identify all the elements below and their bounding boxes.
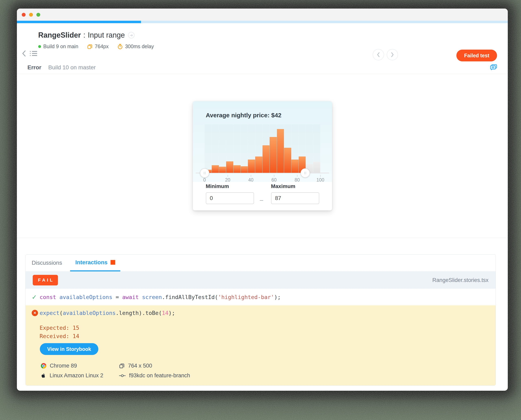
histogram-bar-highlighted [270,137,277,173]
commit-icon [119,374,125,378]
range-separator: – [260,197,263,203]
histogram-bar-muted [313,162,320,173]
commit-meta: f93kdc on feature-branch [119,372,190,379]
build-status-badge: Build 9 on main [38,44,78,49]
progress-bar [17,21,508,23]
failed-step-block: ✕expect(availableOptions.length).toBe(14… [26,305,496,385]
page-title: RangeSlider : Input range ➜ [38,31,154,39]
axis-tick-label: 0 [203,177,206,183]
story-file-name: RangeSlider.stories.tsx [433,277,489,283]
viewport-size-icon [119,363,125,368]
check-icon: ✓ [32,293,38,301]
axis-tick-mark [251,175,251,177]
permalink-arrow-icon[interactable]: ➜ [128,32,134,38]
progress-bar-fill [17,21,141,23]
stopwatch-icon [117,44,123,49]
range-inputs-area: Minimum – Maximum [193,182,332,210]
axis-tick-mark [320,175,321,177]
browser-meta: Chrome 89 [41,363,119,369]
histogram-bar-highlighted [219,167,226,173]
viewport-meta: 764 x 500 [119,363,190,369]
window-titlebar [17,8,508,21]
failed-test-button[interactable]: Failed test [456,50,497,61]
app-window: RangeSlider : Input range ➜ Build 9 on m… [17,8,508,391]
viewport-badge: 764px [87,44,109,49]
axis-tick-label: 80 [295,177,300,183]
histogram-bar-highlighted [226,161,233,173]
assertion-result: Expected: 15 Received: 14 [40,324,79,340]
interactions-fail-square-icon [110,260,115,265]
axis-tick-label: 100 [316,177,324,183]
maximum-label: Maximum [271,183,319,189]
expected-line: Expected: 15 [40,325,79,331]
previous-story-button[interactable] [373,49,384,60]
error-x-icon: ✕ [32,310,38,316]
view-in-storybook-button[interactable]: View in Storybook [40,343,98,355]
axis-tick-mark [274,175,274,177]
comparison-build-label: Build 10 on master [48,64,95,71]
axis-tick-label: 20 [225,177,230,183]
tab-discussions[interactable]: Discussions [32,254,62,271]
tab-interactions[interactable]: Interactions [70,254,120,271]
close-window-button[interactable] [22,13,26,17]
histogram-bar-highlighted [291,160,299,173]
failed-step-code-line: ✕expect(availableOptions.length).toBe(14… [32,310,175,316]
axis-tick-label: 60 [272,177,277,183]
comparison-bar: Error Build 10 on master [17,61,508,74]
passed-step-code-line: ✓const availableOptions = await screen.f… [26,289,496,305]
histogram-bar-highlighted [263,145,270,173]
maximum-input[interactable] [271,192,319,204]
story-name: Input range [88,31,125,39]
component-name: RangeSlider [38,31,81,39]
os-meta: Linux Amazon Linux 2 [41,372,119,379]
story-list-icon[interactable] [29,50,37,57]
error-status-label: Error [27,64,41,71]
chart-title: Average nightly price: $42 [206,112,281,119]
next-story-button[interactable] [387,49,398,60]
chrome-icon [41,363,46,368]
slider-handle-min[interactable] [200,168,209,178]
received-line: Received: 14 [40,333,79,339]
panel-tabs: Discussions Interactions [26,255,496,272]
x-axis: 020406080100 [193,174,332,183]
minimize-window-button[interactable] [29,13,33,17]
histogram-area: Average nightly price: $42 020406080100 [193,101,332,182]
axis-tick-mark [227,175,228,177]
back-chevron-icon[interactable] [22,50,26,57]
status-dot-icon [38,45,41,48]
range-slider-story-card: Average nightly price: $42 020406080100 … [193,101,332,210]
minimum-label: Minimum [206,183,254,189]
histogram-bar-highlighted [241,166,248,173]
histogram [205,129,320,173]
minimum-input[interactable] [206,192,254,204]
axis-tick-mark [297,175,297,177]
histogram-bar-highlighted [234,165,241,173]
histogram-bar-highlighted [248,160,255,173]
app-header: RangeSlider : Input range ➜ Build 9 on m… [17,23,508,61]
test-result-bar: FAIL RangeSlider.stories.tsx [26,272,496,289]
test-environment-meta: Chrome 89 764 x 500 Linux Amazon Linux 2 [41,363,190,379]
histogram-bar-highlighted [255,157,262,173]
delay-badge: 300ms delay [117,44,154,49]
fail-status-badge: FAIL [33,275,58,285]
apple-icon [41,373,46,379]
interactions-panel: Discussions Interactions FAIL RangeSlide… [25,254,496,386]
comments-icon[interactable] [490,64,497,71]
zoom-window-button[interactable] [36,13,40,17]
histogram-bar-highlighted [212,165,219,173]
histogram-bar-highlighted [284,148,291,173]
histogram-bar-highlighted [277,129,284,173]
viewport-icon [87,44,92,49]
story-preview-stage: Average nightly price: $42 020406080100 … [17,74,508,238]
axis-tick-label: 40 [248,177,254,183]
